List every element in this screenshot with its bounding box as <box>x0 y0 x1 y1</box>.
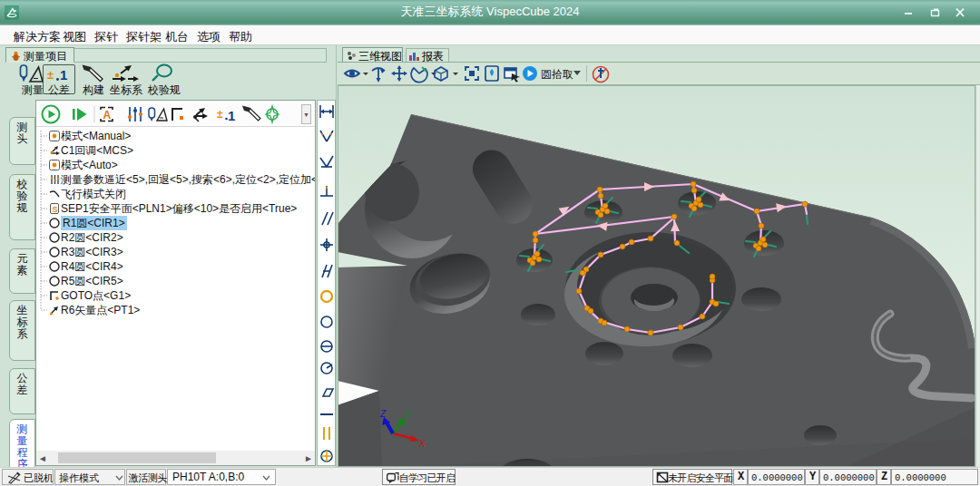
svg-text:A: A <box>103 109 112 122</box>
svg-text:1: 1 <box>228 108 235 123</box>
svg-text:1: 1 <box>60 67 67 83</box>
svg-text:±: ± <box>217 108 223 121</box>
svg-text:X: X <box>418 439 426 449</box>
svg-text:Z: Z <box>379 409 387 419</box>
svg-text:±: ± <box>47 68 54 82</box>
svg-text:S: S <box>53 205 58 214</box>
